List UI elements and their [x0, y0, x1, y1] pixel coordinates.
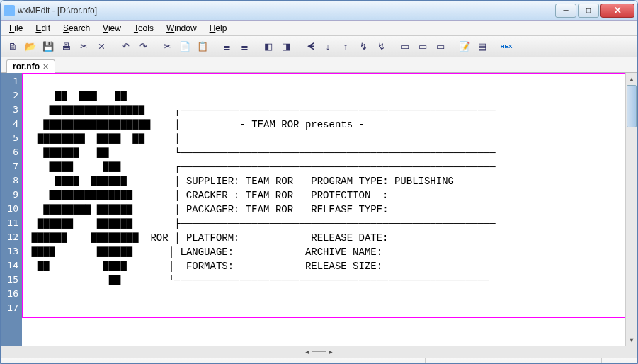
new-icon[interactable]: 🗎: [5, 39, 21, 55]
scroll-thumb[interactable]: [627, 85, 637, 127]
close-doc-icon[interactable]: ⨯: [93, 39, 109, 55]
findnext-icon[interactable]: ↓: [320, 39, 336, 55]
outdent-icon[interactable]: ≣: [237, 39, 252, 55]
scroll-down-icon[interactable]: ▼: [626, 334, 637, 346]
paste-icon[interactable]: 📋: [195, 39, 210, 55]
undo-icon[interactable]: ↶: [118, 39, 133, 55]
editor-area: 123 456 789 101112 131415 1617 ██ ███ ██…: [1, 73, 637, 346]
hex-icon[interactable]: HEX: [499, 39, 514, 55]
copy-icon[interactable]: 📄: [177, 39, 193, 55]
cut-icon[interactable]: ✂: [76, 39, 91, 55]
menu-edit[interactable]: Edit: [30, 22, 56, 35]
edit-icon[interactable]: 📝: [457, 39, 472, 55]
tabstrip: ror.nfo ✕: [1, 57, 637, 73]
scroll-up-icon[interactable]: ▲: [626, 73, 637, 85]
horizontal-scrollbar[interactable]: ◄ ═══ ►: [1, 346, 637, 358]
replace-icon[interactable]: ↯: [355, 39, 371, 55]
line-gutter: 123 456 789 101112 131415 1617: [1, 73, 22, 346]
menu-tools[interactable]: Tools: [128, 22, 159, 35]
mode1-icon[interactable]: ▭: [397, 39, 413, 55]
mode3-icon[interactable]: ▭: [433, 39, 448, 55]
redo-icon[interactable]: ↷: [135, 39, 151, 55]
uncomment-icon[interactable]: ◨: [278, 39, 294, 55]
cut2-icon[interactable]: ✂: [159, 39, 175, 55]
menu-help[interactable]: Help: [204, 22, 233, 35]
status-encoding: CP437.DOS: [426, 358, 602, 364]
minimize-button[interactable]: ─: [555, 4, 576, 18]
print-icon[interactable]: 🖶: [58, 39, 74, 55]
status-selsize: SelSize:0: [312, 358, 426, 364]
comment-icon[interactable]: ◧: [261, 39, 276, 55]
find-icon[interactable]: ᗛ: [302, 39, 318, 55]
status-charpos: CharPos:0 /5,985: [156, 358, 312, 364]
close-button[interactable]: ✕: [600, 4, 634, 18]
titlebar: wxMEdit - [D:\ror.nfo] ─ □ ✕: [1, 1, 637, 21]
statusbar: Ln:1 /103 Col:1 CharPos:0 /5,985 SelSize…: [1, 358, 637, 364]
indent-icon[interactable]: ≣: [219, 39, 234, 55]
mode2-icon[interactable]: ▭: [415, 39, 431, 55]
menu-file[interactable]: File: [4, 22, 28, 35]
vertical-scrollbar[interactable]: ▲ ▼: [625, 73, 637, 346]
findprev-icon[interactable]: ↑: [338, 39, 353, 55]
menu-view[interactable]: View: [97, 22, 127, 35]
toolbar: 🗎 📂 💾 🖶 ✂ ⨯ ↶ ↷ ✂ 📄 📋 ≣ ≣ ◧ ◨ ᗛ ↓ ↑ ↯ ↯ …: [1, 36, 637, 57]
tab-ror-nfo[interactable]: ror.nfo ✕: [6, 59, 55, 73]
tab-label: ror.nfo: [13, 62, 40, 72]
app-icon: [4, 5, 15, 16]
save-icon[interactable]: 💾: [40, 39, 56, 55]
text-editor[interactable]: ██ ███ ██ ████████████████ ┌────────────…: [22, 73, 625, 346]
window-title: wxMEdit - [D:\ror.nfo]: [18, 6, 555, 16]
status-position: Ln:1 /103 Col:1: [1, 358, 156, 364]
tab-close-icon[interactable]: ✕: [42, 62, 49, 72]
replace2-icon[interactable]: ↯: [373, 39, 389, 55]
menu-window[interactable]: Window: [161, 22, 203, 35]
list-icon[interactable]: ▤: [474, 39, 490, 55]
status-insert-mode: INS: [602, 358, 637, 364]
maximize-button[interactable]: □: [578, 4, 599, 18]
menubar: File Edit Search View Tools Window Help: [1, 21, 637, 36]
menu-search[interactable]: Search: [57, 22, 96, 35]
open-icon[interactable]: 📂: [23, 39, 38, 55]
